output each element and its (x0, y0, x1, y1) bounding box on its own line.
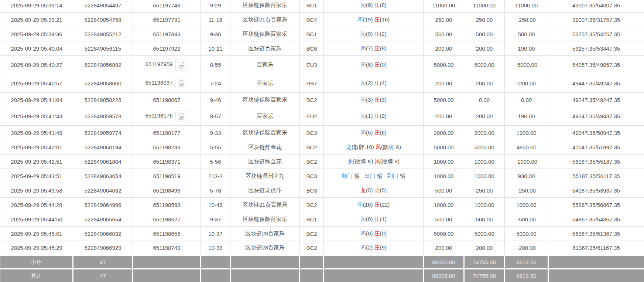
balance: 32007.35/31757.35 (548, 13, 644, 27)
bet-amount[interactable]: 200.00 (424, 74, 464, 93)
bet-amount[interactable]: 5000.00 (424, 56, 464, 74)
result-segment: 庄 (374, 230, 380, 237)
win-loss: 11000.00 (505, 0, 548, 13)
round-id-cell: 651198656 (133, 227, 201, 241)
valid-amount: 200.00 (464, 74, 505, 93)
total-row: 总计 47 80005.00 74755.00 8612.50 (0, 269, 644, 282)
game-result: 闲(8) 庄(0) (324, 56, 424, 74)
bet-amount[interactable]: 5000.00 (424, 93, 464, 107)
table-code: BC3 (300, 126, 324, 140)
bet-id: 522849061804 (73, 154, 133, 169)
bet-time: 2025-09-29 05:39:36 (0, 27, 73, 41)
video-file-icon (178, 79, 186, 88)
bet-amount[interactable]: 250.00 (424, 13, 464, 27)
valid-amount: 1000.00 (464, 154, 505, 169)
result-segment: 庄 (374, 31, 380, 37)
result-segment: 虎 (374, 187, 380, 193)
bet-amount[interactable]: 200.00 (424, 41, 464, 56)
table-code: BC2 (300, 241, 324, 255)
table-row: 2025-09-29 05:44:28 522849064996 6511985… (0, 198, 644, 212)
game-result: 闲(3) 庄(3) (324, 93, 424, 107)
bet-amount[interactable]: 1000.00 (424, 169, 464, 183)
round-id-cell: 651197843 (133, 27, 201, 41)
round-id-cell: 651198371 (133, 154, 201, 169)
result-segment: (5) (366, 187, 374, 193)
bet-time: 2025-09-29 05:42:01 (0, 140, 73, 154)
round-id: 651198496 (153, 187, 181, 194)
win-loss: -200.00 (505, 241, 548, 255)
bet-id: 522849066929 (73, 241, 133, 255)
result-segment: 闲 (360, 61, 366, 68)
video-replay-button[interactable] (175, 78, 188, 89)
result-segment: 闲 (360, 113, 366, 119)
video-file-icon (178, 61, 186, 69)
bet-amount[interactable]: 500.00 (424, 183, 464, 198)
game-result: 闲(0) 庄(1) (324, 212, 424, 227)
result-segment: (16) (363, 201, 374, 208)
bet-amount[interactable]: 200.00 (424, 107, 464, 126)
round-id-cell: 651197791 (133, 13, 201, 27)
table-row: 2025-09-29 05:42:51 522849061804 6511983… (0, 154, 644, 169)
table-code: BC6 (300, 41, 324, 56)
table-round: 10-46 (201, 198, 230, 212)
bet-time: 2025-09-29 05:43:51 (0, 169, 73, 183)
game-name: 百家乐 (230, 74, 300, 93)
bet-amount[interactable]: 500.00 (424, 27, 464, 41)
valid-amount: 500.00 (464, 27, 505, 41)
balance: 49447.35/49247.35 (548, 74, 644, 93)
bet-id: 522849054758 (73, 13, 133, 27)
subtotal-row: 小计 47 80005.00 74755.00 8612.50 (0, 255, 644, 269)
balance: 56367.35/61367.35 (548, 227, 644, 241)
round-id-cell: 651197748 (133, 0, 201, 13)
bet-amount[interactable]: 500.00 (424, 212, 464, 227)
bet-time: 2025-09-29 05:43:58 (0, 183, 73, 198)
balance: 43007.35/54007.35 (548, 0, 644, 13)
bet-time: 2025-09-29 05:44:50 (0, 212, 73, 227)
result-segment: 庄 (374, 201, 380, 208)
win-loss: 190.00 (505, 107, 548, 126)
footer-label: 小计 (0, 255, 73, 269)
game-name: 区块链炸金花 (230, 154, 300, 169)
bet-amount[interactable]: 11000.00 (424, 0, 464, 13)
bet-amount[interactable]: 5000.00 (424, 227, 464, 241)
balance: 55867.35/56867.35 (548, 198, 644, 212)
bet-time: 2025-09-29 05:44:28 (0, 198, 73, 212)
bet-id: 522849063654 (73, 169, 133, 183)
game-name: 区块链龙虎斗 (230, 183, 300, 198)
round-id-cell: 651198519 (133, 169, 201, 183)
bet-amount[interactable]: 2000.00 (424, 126, 464, 140)
result-segment: 庄 (374, 16, 380, 23)
video-replay-button[interactable] (175, 111, 188, 122)
table-round: 213-2 (201, 169, 230, 183)
game-result: 龙(5) 虎(5) (324, 183, 424, 198)
result-segment: 庄 (374, 113, 380, 119)
game-name: 区块链21点百家乐 (230, 198, 300, 212)
result-segment: (4) (380, 80, 387, 86)
table-round: 5-56 (201, 154, 230, 169)
result-segment: 到门 (387, 173, 398, 179)
result-segment: 龙 (346, 144, 352, 150)
bet-amount[interactable]: 1000.00 (424, 198, 464, 212)
video-replay-button[interactable] (175, 59, 188, 71)
game-name: 区块链炸金花 (230, 140, 300, 154)
bet-time: 2025-09-29 05:41:04 (0, 93, 73, 107)
balance: 56187.35/55187.35 (548, 154, 644, 169)
win-loss: 0.00 (505, 93, 548, 107)
result-segment: 输 (353, 173, 364, 179)
table-code: BC1 (300, 212, 324, 227)
bet-amount[interactable]: 5000.00 (424, 140, 464, 154)
result-segment: (散牌 9) (380, 158, 400, 164)
balance: 49047.35/50947.35 (548, 126, 644, 140)
game-result: 闲(16) 庄(22) (324, 198, 424, 212)
result-segment: (2) (366, 80, 374, 86)
win-loss: -250.00 (505, 13, 548, 27)
game-result: 闲(7) 庄(8) (324, 41, 424, 56)
balance: 49247.35/49437.35 (548, 107, 644, 126)
game-result: 闲(5) 庄(6) (324, 126, 424, 140)
bet-id: 522849064032 (73, 183, 133, 198)
bet-amount[interactable]: 1000.00 (424, 154, 464, 169)
bet-amount[interactable]: 200.00 (424, 241, 464, 255)
table-round: 9-46 (201, 93, 230, 107)
result-segment: 凤 (376, 144, 381, 150)
game-name: 百家乐 (230, 107, 300, 126)
